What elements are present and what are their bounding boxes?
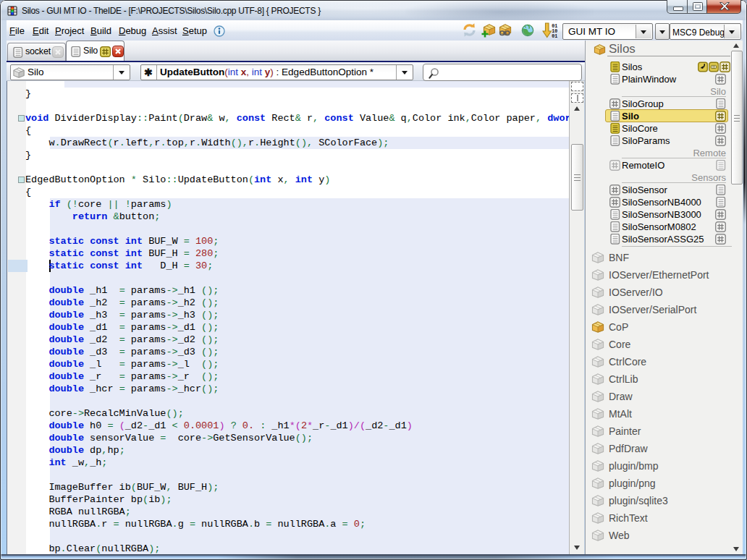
svg-text:01: 01 [552,24,557,29]
svg-text:01: 01 [552,34,557,39]
svg-text:10: 10 [552,29,557,34]
